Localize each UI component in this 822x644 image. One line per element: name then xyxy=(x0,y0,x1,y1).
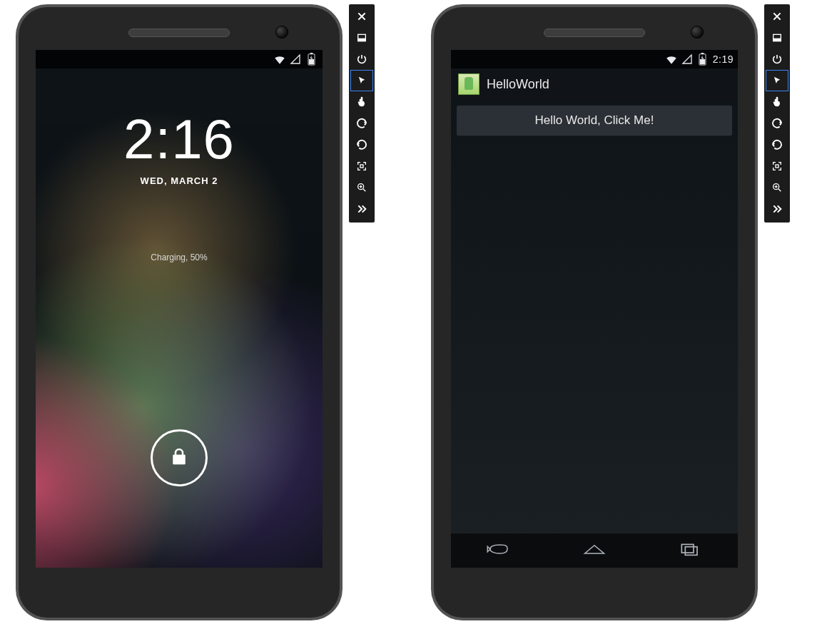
zoom-in-icon xyxy=(356,182,367,193)
rotate-right-icon xyxy=(355,138,368,151)
zoom-in-button[interactable] xyxy=(350,177,373,198)
back-icon xyxy=(486,542,512,559)
signal-icon xyxy=(288,52,303,66)
more-button[interactable] xyxy=(766,198,788,220)
fit-window-button[interactable] xyxy=(350,155,373,177)
wifi-icon xyxy=(273,52,287,66)
zoom-in-button[interactable] xyxy=(766,177,788,198)
close-button[interactable] xyxy=(766,6,788,27)
fit-window-button[interactable] xyxy=(766,155,788,177)
svg-rect-13 xyxy=(773,39,781,41)
svg-rect-14 xyxy=(776,165,778,168)
battery-charging-icon xyxy=(304,52,318,66)
power-icon xyxy=(356,53,367,65)
signal-icon xyxy=(680,52,694,66)
svg-rect-4 xyxy=(358,39,366,41)
more-button[interactable] xyxy=(350,198,373,220)
emulator-toolbar-left xyxy=(349,4,375,223)
pointer-mode-button[interactable] xyxy=(766,70,788,91)
recents-icon xyxy=(679,542,701,559)
minimize-icon xyxy=(771,32,783,44)
rotate-right-icon xyxy=(771,138,783,151)
minimize-button[interactable] xyxy=(766,27,788,48)
chevrons-right-icon xyxy=(356,203,367,215)
minimize-button[interactable] xyxy=(350,27,373,48)
svg-rect-10 xyxy=(681,544,694,553)
wifi-icon xyxy=(664,52,679,66)
recents-button[interactable] xyxy=(669,540,711,561)
lock-icon xyxy=(168,446,190,470)
pointer-icon xyxy=(772,76,782,86)
front-camera xyxy=(691,26,704,39)
unlock-ring[interactable] xyxy=(151,429,208,486)
close-button[interactable] xyxy=(350,6,373,27)
power-icon xyxy=(771,53,783,65)
action-bar: HelloWorld xyxy=(451,68,738,101)
svg-rect-11 xyxy=(685,547,697,556)
svg-rect-5 xyxy=(360,165,363,168)
power-button[interactable] xyxy=(350,48,373,70)
app-body: Hello World, Click Me! xyxy=(451,100,738,533)
touch-mode-button[interactable] xyxy=(350,91,373,113)
touch-icon xyxy=(771,96,783,108)
chevrons-right-icon xyxy=(771,203,783,215)
pointer-icon xyxy=(357,76,367,86)
earpiece xyxy=(544,29,645,37)
lockscreen-date: WED, MARCH 2 xyxy=(36,175,323,186)
device-screen-left[interactable]: 2:16 WED, MARCH 2 Charging, 50% xyxy=(36,50,323,568)
hello-world-button[interactable]: Hello World, Click Me! xyxy=(457,106,732,136)
power-button[interactable] xyxy=(766,48,788,70)
zoom-in-icon xyxy=(771,182,783,193)
emulator-frame-left: 2:16 WED, MARCH 2 Charging, 50% xyxy=(16,4,342,620)
home-button[interactable] xyxy=(573,540,616,561)
touch-mode-button[interactable] xyxy=(766,91,788,113)
rotate-left-icon xyxy=(771,117,783,130)
emulator-toolbar-right xyxy=(764,4,790,223)
back-button[interactable] xyxy=(477,540,520,561)
app-title: HelloWorld xyxy=(487,77,549,92)
earpiece xyxy=(128,29,230,37)
rotate-left-icon xyxy=(355,117,368,130)
minimize-icon xyxy=(356,32,367,44)
charging-status: Charging, 50% xyxy=(36,252,323,262)
pointer-mode-button[interactable] xyxy=(350,70,373,91)
battery-charging-icon xyxy=(696,52,710,66)
rotate-right-button[interactable] xyxy=(766,134,788,155)
app-icon xyxy=(458,73,480,95)
rotate-left-button[interactable] xyxy=(766,113,788,134)
close-icon xyxy=(356,11,367,22)
status-bar xyxy=(36,50,323,68)
status-bar: 2:19 xyxy=(451,50,738,68)
fit-window-icon xyxy=(771,160,783,172)
rotate-right-button[interactable] xyxy=(350,134,373,155)
rotate-left-button[interactable] xyxy=(350,113,373,134)
device-screen-right[interactable]: 2:19 HelloWorld Hello World, Click Me! xyxy=(451,50,738,568)
front-camera xyxy=(275,26,288,39)
svg-rect-8 xyxy=(701,53,704,54)
touch-icon xyxy=(356,96,367,108)
fit-window-icon xyxy=(356,160,367,172)
statusbar-clock: 2:19 xyxy=(713,53,734,65)
emulator-frame-right: 2:19 HelloWorld Hello World, Click Me! xyxy=(431,4,758,620)
close-icon xyxy=(771,11,783,22)
svg-rect-1 xyxy=(310,53,313,54)
lockscreen-time: 2:16 xyxy=(36,107,323,172)
navigation-bar xyxy=(451,533,738,568)
home-icon xyxy=(582,542,607,559)
